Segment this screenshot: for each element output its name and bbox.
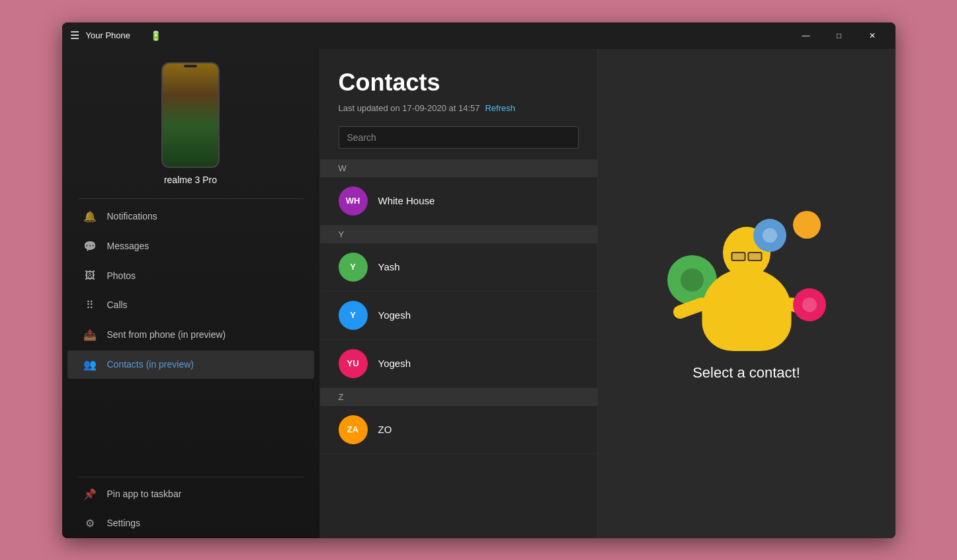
sidebar-item-settings[interactable]: ⚙ Settings — [67, 509, 314, 538]
contacts-icon: 👥 — [83, 358, 97, 371]
pin-icon: 📌 — [83, 488, 97, 500]
calls-label: Calls — [107, 300, 128, 310]
last-updated-text: Last updated on 17-09-2020 at 14:57 — [339, 103, 480, 113]
avatar-white-house: WH — [339, 186, 368, 216]
avatar-yogesh-2: YU — [339, 349, 368, 378]
pin-label: Pin app to taskbar — [107, 489, 182, 499]
sidebar-item-photos[interactable]: 🖼 Photos — [67, 262, 314, 290]
contact-name-white-house: White House — [378, 195, 435, 206]
sidebar-item-messages[interactable]: 💬 Messages — [67, 232, 314, 260]
person-body — [702, 268, 791, 351]
sidebar-bottom: 📌 Pin app to taskbar ⚙ Settings — [62, 474, 319, 538]
maximize-button[interactable]: □ — [824, 25, 854, 46]
titlebar: ☰ Your Phone 🔋 — □ ✕ — [62, 22, 895, 49]
contact-list: W WH White House Y Y Yash Y Yogesh YU Y — [320, 159, 597, 538]
avatar-yogesh-1: Y — [339, 301, 368, 330]
contact-item-yash[interactable]: Y Yash — [320, 243, 597, 292]
bubble-pink — [793, 288, 826, 321]
sidebar-item-pin-app[interactable]: 📌 Pin app to taskbar — [67, 480, 314, 508]
section-header-w: W — [320, 159, 597, 177]
avatar-zo: ZA — [339, 415, 368, 444]
contact-name-zo: ZO — [378, 424, 392, 435]
contacts-label: Contacts (in preview) — [107, 359, 194, 370]
section-header-z: Z — [320, 388, 597, 406]
messages-icon: 💬 — [83, 240, 97, 253]
contacts-panel: Contacts Last updated on 17-09-2020 at 1… — [320, 49, 598, 538]
photos-label: Photos — [107, 270, 136, 281]
notifications-icon: 🔔 — [83, 210, 97, 223]
sidebar: realme 3 Pro 🔔 Notifications 💬 Messages … — [62, 49, 320, 538]
bubble-blue — [753, 219, 786, 252]
calls-icon: ⠿ — [83, 299, 97, 311]
titlebar-left: ☰ Your Phone 🔋 — [70, 29, 791, 42]
minimize-button[interactable]: — — [791, 25, 821, 46]
battery-icon: 🔋 — [150, 30, 161, 41]
photos-icon: 🖼 — [83, 270, 97, 282]
search-box — [339, 126, 579, 149]
section-header-y: Y — [320, 225, 597, 243]
phone-name: realme 3 Pro — [164, 175, 217, 185]
messages-label: Messages — [107, 241, 149, 251]
sidebar-item-notifications[interactable]: 🔔 Notifications — [67, 202, 314, 231]
illustration — [661, 206, 833, 351]
contacts-title: Contacts — [339, 69, 579, 97]
avatar-yash: Y — [339, 253, 368, 282]
contact-item-zo[interactable]: ZA ZO — [320, 406, 597, 454]
main-content: realme 3 Pro 🔔 Notifications 💬 Messages … — [62, 49, 895, 538]
sent-label: Sent from phone (in preview) — [107, 329, 226, 340]
contact-name-yash: Yash — [378, 261, 400, 272]
settings-label: Settings — [107, 518, 141, 528]
settings-icon: ⚙ — [83, 517, 97, 530]
hamburger-icon[interactable]: ☰ — [70, 29, 79, 42]
phone-section: realme 3 Pro — [62, 49, 319, 196]
phone-screen — [163, 63, 218, 167]
right-panel: Select a contact! — [598, 49, 895, 538]
contact-item-white-house[interactable]: WH White House — [320, 177, 597, 225]
sidebar-item-contacts[interactable]: 👥 Contacts (in preview) — [67, 350, 314, 379]
phone-frame — [161, 62, 220, 168]
bubble-yellow — [793, 211, 821, 239]
notifications-label: Notifications — [107, 211, 157, 221]
sidebar-item-calls[interactable]: ⠿ Calls — [67, 291, 314, 319]
refresh-button[interactable]: Refresh — [485, 103, 515, 113]
app-title: Your Phone — [86, 30, 130, 40]
contact-name-yogesh-2: Yogesh — [378, 358, 411, 369]
glasses — [731, 252, 762, 261]
app-window: ☰ Your Phone 🔋 — □ ✕ realme 3 Pro 🔔 Noti… — [62, 22, 895, 538]
close-button[interactable]: ✕ — [857, 25, 888, 46]
contact-name-yogesh-1: Yogesh — [378, 309, 411, 321]
select-contact-text: Select a contact! — [692, 364, 800, 381]
contact-item-yogesh-1[interactable]: Y Yogesh — [320, 292, 597, 340]
last-updated: Last updated on 17-09-2020 at 14:57 Refr… — [339, 103, 579, 113]
contact-item-yogesh-2[interactable]: YU Yogesh — [320, 340, 597, 388]
contacts-header: Contacts Last updated on 17-09-2020 at 1… — [320, 49, 597, 126]
sent-icon: 📤 — [83, 329, 97, 341]
titlebar-controls: — □ ✕ — [791, 25, 888, 46]
nav-divider-bottom — [78, 477, 304, 477]
search-input[interactable] — [339, 126, 579, 149]
sidebar-item-sent-from-phone[interactable]: 📤 Sent from phone (in preview) — [67, 321, 314, 349]
nav-divider-top — [78, 198, 304, 199]
